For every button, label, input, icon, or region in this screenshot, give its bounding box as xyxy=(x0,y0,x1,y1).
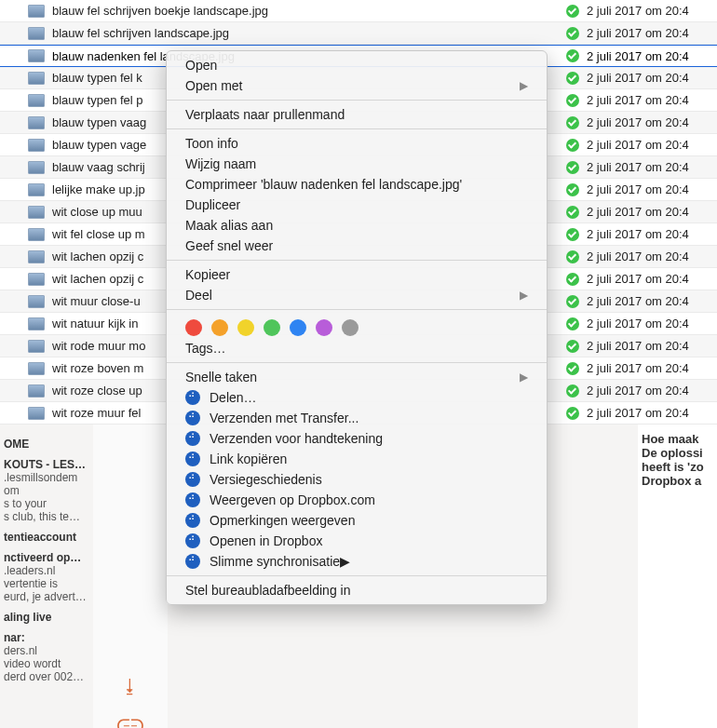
dropbox-icon xyxy=(185,554,200,569)
tag-color-dot[interactable] xyxy=(290,319,306,336)
label: Versiegeschiedenis xyxy=(210,472,322,487)
separator xyxy=(167,128,547,129)
file-date: 2 juli 2017 om 20:4 xyxy=(587,4,717,18)
menu-share[interactable]: Deel▶ xyxy=(167,285,547,305)
file-date: 2 juli 2017 om 20:4 xyxy=(587,71,717,85)
check-icon xyxy=(566,384,579,398)
label: Verzenden voor handtekening xyxy=(210,431,383,446)
tag-color-dot[interactable] xyxy=(264,319,280,336)
sync-status xyxy=(559,362,587,375)
sync-status xyxy=(559,183,587,196)
file-date: 2 juli 2017 om 20:4 xyxy=(587,361,717,375)
action-bar: ⭳ ᕮᕭ xyxy=(93,425,168,728)
check-icon xyxy=(566,317,579,330)
tag-color-dot[interactable] xyxy=(237,319,254,336)
file-date: 2 juli 2017 om 20:4 xyxy=(587,93,717,107)
dropbox-viewweb[interactable]: Weergeven op Dropbox.com xyxy=(167,490,547,510)
label: Comprimeer 'blauw nadenken fel landscape… xyxy=(185,177,462,192)
check-icon xyxy=(566,27,579,40)
txt: nctiveerd op… xyxy=(4,551,89,564)
dropbox-history[interactable]: Versiegeschiedenis xyxy=(167,469,547,490)
dropbox-copylink[interactable]: Link kopiëren xyxy=(167,449,547,469)
share-people-icon[interactable]: ᕮᕭ xyxy=(116,716,144,728)
sync-status xyxy=(559,49,587,62)
txt: OME xyxy=(4,438,89,451)
check-icon xyxy=(566,407,579,420)
chevron-right-icon: ▶ xyxy=(340,554,350,569)
tag-color-dot[interactable] xyxy=(316,319,332,336)
sync-status xyxy=(559,317,587,330)
image-thumb-icon xyxy=(28,161,45,174)
image-thumb-icon xyxy=(28,72,45,85)
label: Kopieer xyxy=(185,267,230,282)
label: Stel bureaubladafbeelding in xyxy=(185,583,350,598)
check-icon xyxy=(566,206,579,219)
label: Snelle taken xyxy=(185,370,257,384)
dropbox-icon xyxy=(185,452,200,466)
check-icon xyxy=(566,340,579,353)
menu-tags[interactable]: Tags… xyxy=(167,338,547,358)
download-icon[interactable]: ⭳ xyxy=(121,676,140,697)
dropbox-icon xyxy=(185,411,200,425)
image-thumb-icon xyxy=(28,250,45,263)
menu-alias[interactable]: Maak alias aan xyxy=(167,215,547,236)
menu-duplicate[interactable]: Dupliceer xyxy=(167,195,547,215)
menu-trash[interactable]: Verplaats naar prullenmand xyxy=(167,104,547,125)
menu-info[interactable]: Toon info xyxy=(167,133,547,154)
file-date: 2 juli 2017 om 20:4 xyxy=(587,160,717,174)
menu-wallpaper[interactable]: Stel bureaubladafbeelding in xyxy=(167,580,547,600)
dropbox-comments[interactable]: Opmerkingen weergeven xyxy=(167,510,547,531)
tag-color-dot[interactable] xyxy=(211,319,228,336)
txt: heeft is 'zo xyxy=(642,460,713,474)
chevron-right-icon: ▶ xyxy=(520,371,528,384)
quicklook-sidebar-left: OME KOUTS - LES… .lesmillsondem om s to … xyxy=(0,425,93,728)
label: Tags… xyxy=(185,341,226,356)
file-row[interactable]: blauw fel schrijven landscape.jpg2 juli … xyxy=(0,22,717,45)
check-icon xyxy=(566,273,579,286)
menu-compress[interactable]: Comprimeer 'blauw nadenken fel landscape… xyxy=(167,174,547,195)
dropbox-icon xyxy=(185,492,200,507)
label: Maak alias aan xyxy=(185,218,273,233)
check-icon xyxy=(566,94,579,107)
file-name: blauw fel schrijven boekje landscape.jpg xyxy=(52,4,559,18)
label: Geef snel weer xyxy=(185,238,273,253)
dropbox-transfer[interactable]: Verzenden met Transfer... xyxy=(167,408,547,428)
image-thumb-icon xyxy=(28,183,45,196)
dropbox-share[interactable]: Delen… xyxy=(167,387,547,408)
image-thumb-icon xyxy=(28,5,45,18)
file-date: 2 juli 2017 om 20:4 xyxy=(587,317,717,330)
menu-open[interactable]: Open xyxy=(167,55,547,75)
image-thumb-icon xyxy=(28,340,45,353)
menu-copy[interactable]: Kopieer xyxy=(167,264,547,285)
menu-rename[interactable]: Wijzig naam xyxy=(167,154,547,174)
sync-status xyxy=(559,116,587,129)
file-date: 2 juli 2017 om 20:4 xyxy=(587,339,717,353)
file-date: 2 juli 2017 om 20:4 xyxy=(587,272,717,286)
image-thumb-icon xyxy=(28,228,45,241)
tag-color-dot[interactable] xyxy=(185,319,202,336)
sync-status xyxy=(559,295,587,308)
menu-quicklook[interactable]: Geef snel weer xyxy=(167,236,547,256)
check-icon xyxy=(566,183,579,196)
label: Verplaats naar prullenmand xyxy=(185,107,345,122)
dropbox-openin[interactable]: Openen in Dropbox xyxy=(167,531,547,551)
dropbox-icon xyxy=(185,533,200,548)
dropbox-icon xyxy=(185,390,200,405)
label: Weergeven op Dropbox.com xyxy=(210,492,375,507)
txt: derd over 002… xyxy=(4,670,89,683)
dropbox-smartsync[interactable]: Slimme synchronisatie▶ xyxy=(167,551,547,572)
sync-status xyxy=(559,27,587,40)
dropbox-signature[interactable]: Verzenden voor handtekening xyxy=(167,428,547,449)
txt: eurd, je advert… xyxy=(4,590,89,603)
sync-status xyxy=(559,273,587,286)
txt: vertentie is xyxy=(4,577,89,590)
menu-quick-actions[interactable]: Snelle taken▶ xyxy=(167,367,547,387)
sync-status xyxy=(559,161,587,174)
file-row[interactable]: blauw fel schrijven boekje landscape.jpg… xyxy=(0,0,717,22)
tag-color-dot[interactable] xyxy=(342,319,358,336)
menu-open-with[interactable]: Open met▶ xyxy=(167,75,547,96)
sync-status xyxy=(559,250,587,263)
txt: .lesmillsondem xyxy=(4,471,89,484)
image-thumb-icon xyxy=(28,407,45,420)
image-thumb-icon xyxy=(28,116,45,129)
